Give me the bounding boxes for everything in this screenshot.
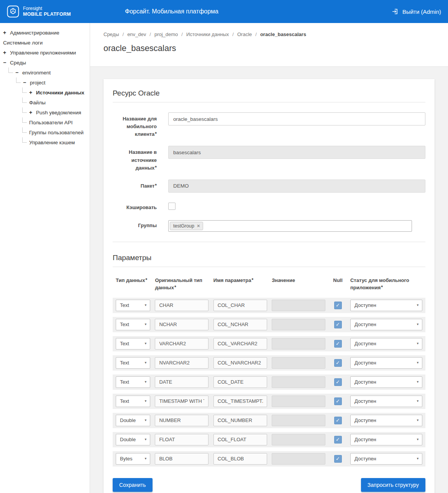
type-select[interactable]: Text ▼ <box>116 319 150 330</box>
param-name-input[interactable] <box>213 396 267 407</box>
null-checkbox[interactable]: ✓ <box>334 417 342 424</box>
required-marker: * <box>155 165 157 170</box>
original-type-input[interactable] <box>155 338 208 350</box>
null-checkbox[interactable]: ✓ <box>334 455 342 463</box>
original-type-input[interactable] <box>155 415 208 426</box>
original-type-input[interactable] <box>155 319 208 330</box>
type-select-value: Text <box>120 341 129 346</box>
sidebar-item[interactable]: + Администрирование <box>0 28 90 38</box>
type-select[interactable]: Text ▼ <box>116 396 150 407</box>
tree-expand-icon[interactable]: + <box>3 30 7 36</box>
null-checkbox[interactable]: ✓ <box>334 359 342 367</box>
required-marker: * <box>174 285 176 290</box>
param-value-cell <box>272 453 325 465</box>
sidebar-item[interactable]: + Push уведомления <box>0 107 90 117</box>
tree-expand-icon[interactable]: + <box>29 89 33 96</box>
sidebar-item[interactable]: Системные логи <box>0 38 90 48</box>
null-checkbox[interactable]: ✓ <box>334 378 342 386</box>
param-name-input[interactable] <box>213 434 267 445</box>
type-select[interactable]: Text ▼ <box>116 300 150 311</box>
tree-expand-icon[interactable]: − <box>3 59 7 66</box>
tree-expand-icon[interactable]: + <box>29 109 33 115</box>
save-button[interactable]: Сохранить <box>113 478 153 492</box>
param-name-input[interactable] <box>213 338 267 350</box>
sidebar-item[interactable]: + Управление приложениями <box>0 48 90 58</box>
param-name-input[interactable] <box>213 300 267 311</box>
sidebar-item[interactable]: + Источники данных <box>0 87 90 97</box>
param-status-cell: Доступен ▼ <box>350 453 422 465</box>
sidebar-item[interactable]: − environment <box>0 68 90 77</box>
sidebar-item[interactable]: − Среды <box>0 58 90 68</box>
param-name-input[interactable] <box>213 453 267 465</box>
breadcrumb-item[interactable]: Среды <box>103 31 119 37</box>
mobile-name-input[interactable] <box>168 112 425 125</box>
package-label: Пакет* <box>113 180 157 190</box>
type-select[interactable]: Double ▼ <box>116 434 150 445</box>
tree-expand-icon[interactable]: − <box>23 79 27 86</box>
sidebar-item[interactable]: Файлы <box>0 97 90 107</box>
value-input <box>272 396 325 407</box>
type-select[interactable]: Bytes ▼ <box>116 453 150 465</box>
breadcrumb-item[interactable]: proj_demo <box>154 31 178 37</box>
param-name-input[interactable] <box>213 415 267 426</box>
tree-expand-icon[interactable]: + <box>3 49 7 56</box>
null-checkbox[interactable]: ✓ <box>334 436 342 444</box>
breadcrumb-item[interactable]: Oracle <box>237 31 252 37</box>
original-type-input[interactable] <box>155 434 208 445</box>
original-type-input[interactable] <box>155 396 208 407</box>
breadcrumb-item[interactable]: Источники данных <box>186 31 229 37</box>
param-null-cell: ✓ <box>330 417 346 424</box>
type-select[interactable]: Text ▼ <box>116 338 150 350</box>
param-original-cell <box>155 453 208 465</box>
param-name-cell <box>213 338 267 350</box>
original-type-input[interactable] <box>155 300 208 311</box>
null-checkbox[interactable]: ✓ <box>334 397 342 405</box>
status-select[interactable]: Доступен ▼ <box>350 357 422 369</box>
null-checkbox[interactable]: ✓ <box>334 340 342 348</box>
cache-checkbox[interactable] <box>168 203 176 210</box>
type-select[interactable]: Text ▼ <box>116 376 150 388</box>
param-name-input[interactable] <box>213 357 267 369</box>
status-select-value: Доступен <box>354 456 376 462</box>
original-type-input[interactable] <box>155 376 208 388</box>
tree-connector-line <box>22 107 27 113</box>
status-select[interactable]: Доступен ▼ <box>350 300 422 311</box>
param-name-input[interactable] <box>213 376 267 388</box>
null-checkbox[interactable]: ✓ <box>334 302 342 309</box>
param-type-cell: Bytes ▼ <box>116 453 150 465</box>
sidebar-item[interactable]: − project <box>0 77 90 87</box>
sidebar-item-label: Администрирование <box>10 30 59 36</box>
type-select[interactable]: Double ▼ <box>116 415 150 426</box>
source-name-input <box>168 146 425 159</box>
original-type-input[interactable] <box>155 357 208 369</box>
status-select[interactable]: Доступен ▼ <box>350 319 422 330</box>
params-section-title: Параметры <box>113 254 425 267</box>
cache-wrap <box>168 200 425 210</box>
value-input <box>272 453 325 465</box>
param-value-cell <box>272 376 325 388</box>
breadcrumb-item[interactable]: env_dev <box>127 31 146 37</box>
actions-bar: Сохранить Запросить структуру <box>113 478 425 492</box>
col-header-null-text: Null <box>333 277 343 283</box>
required-marker: * <box>251 277 253 283</box>
type-select[interactable]: Text ▼ <box>116 357 150 369</box>
status-select[interactable]: Доступен ▼ <box>350 338 422 350</box>
sidebar-item[interactable]: Пользователи API <box>0 117 90 127</box>
logout-button[interactable]: Выйти (Admin) <box>392 8 441 15</box>
sidebar-item[interactable]: Группы пользователей <box>0 127 90 137</box>
status-select[interactable]: Доступен ▼ <box>350 434 422 445</box>
param-row: Double ▼ ✓ Доступен ▼ <box>113 413 425 428</box>
groups-tags-input[interactable]: testGroup × <box>168 220 412 232</box>
original-type-input[interactable] <box>155 453 208 465</box>
request-structure-button[interactable]: Запросить структуру <box>361 478 425 492</box>
app-header: Foresight MOBILE PLATFORM Форсайт. Мобил… <box>0 0 448 23</box>
status-select[interactable]: Доступен ▼ <box>350 376 422 388</box>
tag-remove-icon[interactable]: × <box>197 223 200 228</box>
tree-expand-icon[interactable]: − <box>15 69 20 76</box>
status-select[interactable]: Доступен ▼ <box>350 415 422 426</box>
null-checkbox[interactable]: ✓ <box>334 321 342 328</box>
sidebar-item[interactable]: Управление кэшем <box>0 137 90 147</box>
status-select[interactable]: Доступен ▼ <box>350 453 422 465</box>
param-name-input[interactable] <box>213 319 267 330</box>
status-select[interactable]: Доступен ▼ <box>350 396 422 407</box>
